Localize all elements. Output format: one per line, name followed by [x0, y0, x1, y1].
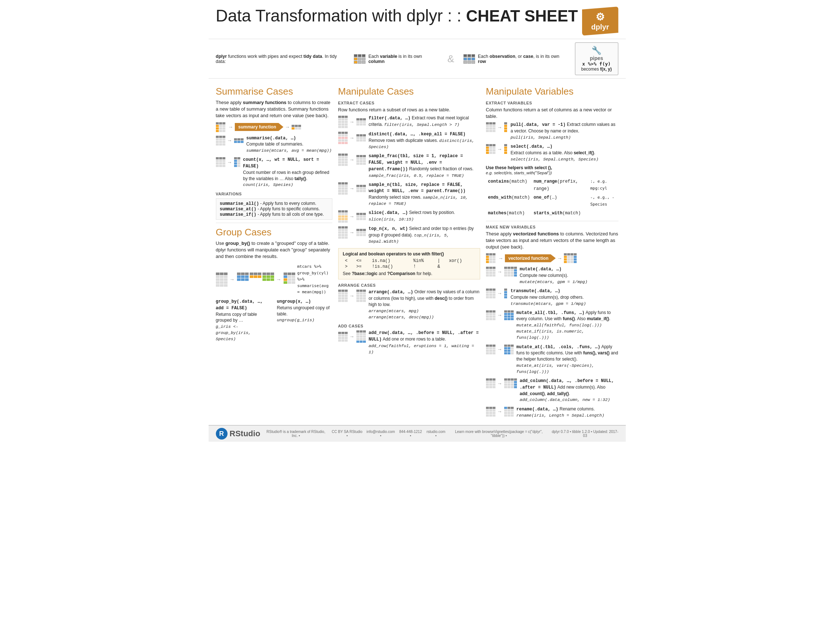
- transmute-desc: transmute(.data, …) Compute new column(s…: [511, 288, 619, 307]
- summarise-fn-name: summarise: [246, 136, 270, 141]
- mutate-at-icon: →: [486, 344, 514, 354]
- mutate-input: [486, 267, 495, 276]
- slice-arrow: →: [349, 213, 355, 220]
- filter-input: [338, 116, 348, 128]
- mutate-at-sig: (.tbl, .cols, .funs, …): [540, 345, 600, 350]
- pull-desc: pull(.data, var = -1) Extract column val…: [511, 121, 619, 140]
- pipes-code: x %>% f(y): [580, 61, 613, 66]
- footer-website: rstudio.com •: [426, 430, 446, 438]
- select-output: [504, 144, 507, 154]
- transmute-sig: (.data, …): [534, 289, 560, 294]
- select-icon: →: [486, 144, 508, 154]
- extract-cases-desc: Row functions return a subset of rows as…: [338, 107, 480, 113]
- footer-trademark: RStudio® is a trademark of RStudio, Inc.…: [264, 430, 328, 438]
- count-icon-area: →: [216, 157, 240, 167]
- arrange-row: → arrange(.data, …) Order rows by values…: [338, 289, 480, 320]
- ampersand: &: [448, 53, 454, 65]
- vectorized-bold: vectorized functions: [513, 231, 559, 237]
- badge-icon: ⚙: [588, 11, 612, 23]
- add-row-icon: →: [338, 330, 366, 343]
- rename-sig: (.data, …): [532, 407, 558, 412]
- variations-box: summarise_all() - Apply funs to every co…: [216, 198, 332, 220]
- badge-label: dplyr: [591, 23, 609, 31]
- sample-frac-row: → sample_frac(tbl, size = 1, replace = F…: [338, 153, 480, 178]
- summary-output-icon: [292, 125, 301, 129]
- summarise-fn-example: summarise(mtcars, avg = mean(mpg)): [246, 148, 332, 153]
- mutate-example: mutate(mtcars, gpm = 1/mpg): [520, 279, 588, 284]
- add-tally-bold: add_tally(): [547, 391, 569, 396]
- og2: [467, 54, 471, 57]
- helpers-title-text: Use these helpers with select (),: [486, 165, 552, 170]
- slice-input: [338, 210, 348, 223]
- left-column: Summarise Cases These apply summary func…: [216, 82, 332, 421]
- add-column-input: [486, 378, 495, 388]
- slice-icon: →: [338, 210, 366, 223]
- mutate-all-row: → mutate_all(.tbl, .funs, …) Apply funs …: [486, 310, 619, 341]
- helper-note-2: -, e.g., -Species: [590, 195, 614, 207]
- pipes-title: pipes: [580, 55, 613, 61]
- sample-n-input: [338, 182, 348, 195]
- group-arrow2: →: [276, 276, 281, 282]
- intro-dplyr: dplyr: [216, 54, 227, 59]
- footer-license: CC BY SA RStudio •: [331, 430, 362, 438]
- arrange-desc: arrange(.data, …) Order rows by values o…: [369, 289, 480, 320]
- ungroup-fn: ungroup: [277, 299, 295, 304]
- top-n-arrow: →: [349, 229, 355, 236]
- funs-bold: funs(): [563, 316, 575, 321]
- mutate-all-icon: →: [486, 310, 514, 320]
- op-and: &: [435, 264, 447, 270]
- variation-all: summarise_all() - Apply funs to every co…: [220, 201, 328, 206]
- top-n-output: [356, 229, 366, 236]
- og9: [472, 61, 475, 64]
- sample-frac-desc: sample_frac(tbl, size = 1, replace = FAL…: [369, 153, 480, 178]
- mutate-all-sig: (.tbl, .funs, …): [543, 310, 585, 315]
- operators-row-2: > >= !is.na() ! &: [343, 264, 475, 270]
- sample-n-row: → sample_n(tbl, size, replace = FALSE, w…: [338, 182, 480, 207]
- sample-frac-input: [338, 153, 348, 166]
- vectorized-function-label: vectorized function: [505, 254, 556, 262]
- title-bold: CHEAT SHEET: [466, 7, 578, 25]
- mutate-at-row: → mutate_at(.tbl, .cols, .funs, …) Apply…: [486, 344, 619, 375]
- vectorized-arrow1: →: [498, 255, 503, 261]
- mutate-at-example: mutate_at(iris, vars(-Species), funs(log…: [517, 363, 595, 374]
- summarise-func-desc: summarise(.data, …) Compute table of sum…: [246, 135, 332, 154]
- summary-function-label: summary function: [235, 123, 284, 131]
- select-fn: select: [511, 144, 526, 149]
- rename-fn: rename: [517, 407, 532, 412]
- op-isna: is.na(): [370, 258, 411, 264]
- main-layout: Summarise Cases These apply summary func…: [208, 79, 626, 425]
- extract-variables-label: EXTRACT VARIABLES: [486, 101, 619, 105]
- mutate-all-arrow: →: [497, 312, 503, 318]
- og6: [472, 58, 475, 60]
- count-fn-example: count(iris, Species): [243, 182, 293, 187]
- add-row-desc: add_row(.data, …, .before = NULL, .after…: [369, 330, 480, 355]
- helper-ends-with: ends_with: [488, 195, 512, 200]
- pull-fn: pull: [511, 122, 521, 128]
- group-split-3: [262, 273, 274, 287]
- add-row-arrow: →: [349, 334, 355, 339]
- intro-section: dplyr functions work with pipes and expe…: [208, 39, 626, 79]
- op-pipe: |: [435, 258, 447, 264]
- pull-sig: (.data, var = -1): [521, 122, 565, 128]
- sn-arrow: →: [349, 186, 355, 191]
- footer-phone: 844-448-1212 •: [399, 430, 423, 438]
- helper-one-of: one_of: [534, 195, 550, 200]
- extract-variables-desc: Column functions return a set of columns…: [486, 107, 619, 120]
- slice-row: → slice(.data, …) Select rows by positio…: [338, 210, 480, 223]
- top-n-row: → top_n(x, n, wt) Select and order top n…: [338, 226, 480, 244]
- manipulate-cases-title: Manipulate Cases: [338, 86, 480, 97]
- og4: [464, 58, 467, 60]
- mutate-at-input: [486, 345, 495, 354]
- page-title: Data Transformation with dplyr : : CHEAT…: [216, 6, 578, 25]
- variation-all-fn: summarise_all(): [220, 201, 259, 206]
- sample-n-output: [356, 185, 366, 192]
- filter-fn: filter: [369, 116, 385, 121]
- distinct-example: distinct(iris, Species): [369, 138, 475, 149]
- op-notna: !is.na(): [370, 264, 411, 270]
- ungroup-desc: ungroup(x, …) Returns ungrouped copy of …: [277, 299, 332, 323]
- mutate-if-bold: mutate_if(): [587, 316, 609, 321]
- add-column-output: [504, 378, 517, 388]
- helper-matches: matches: [488, 211, 506, 216]
- intro-item-observation: Each observation, or case, is in its own…: [464, 54, 567, 64]
- distinct-fn: distinct: [369, 132, 390, 137]
